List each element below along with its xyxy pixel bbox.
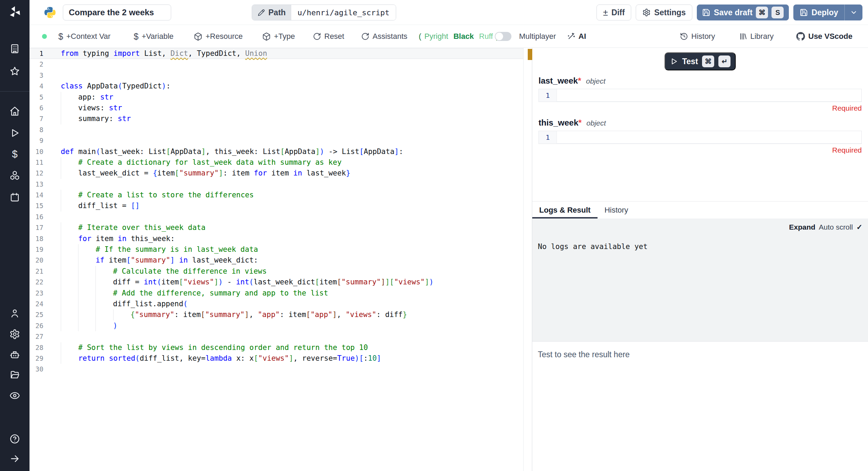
path-group[interactable]: Path u/henri/agile_script (252, 5, 396, 20)
code-line[interactable]: 30 (30, 364, 523, 375)
kbd-s: S (771, 7, 784, 18)
line-content: summary: str (61, 113, 131, 124)
lint-ruff: Ruff (477, 32, 493, 41)
history-button[interactable]: History (680, 25, 715, 48)
last-week-json-input[interactable]: 1 (539, 89, 862, 102)
save-draft-button[interactable]: Save draft ⌘ S (697, 5, 789, 20)
code-line[interactable]: 22diff = int(item["views"]) - int(last_w… (30, 277, 523, 288)
tab-history[interactable]: History (598, 202, 635, 219)
line-number: 13 (30, 179, 43, 190)
deploy-split-button: Deploy (793, 5, 862, 20)
code-line[interactable]: 3 (30, 70, 523, 81)
autoscroll-checkbox[interactable]: ✓ (856, 223, 862, 231)
code-line[interactable]: 1from typing import List, Dict, TypedDic… (30, 48, 523, 59)
code-line[interactable]: 14# Create a list to store the differenc… (30, 190, 523, 200)
assistants-button[interactable]: Assistants (361, 25, 407, 48)
resources-boxes-icon[interactable] (9, 170, 20, 181)
home-icon[interactable] (9, 106, 20, 117)
expand-button[interactable]: Expand (789, 223, 815, 231)
toggle-off[interactable] (495, 32, 511, 41)
json-editor-content[interactable] (557, 89, 861, 102)
folder-open-icon[interactable] (9, 369, 20, 380)
add-context-var-button[interactable]: $ +Context Var (58, 25, 110, 48)
lint-black: Black (451, 32, 474, 41)
script-title-input[interactable] (63, 5, 171, 20)
code-line[interactable]: 2 (30, 59, 523, 70)
code-line[interactable]: 6views: str (30, 103, 523, 113)
ready-status-dot (42, 34, 47, 39)
code-line[interactable]: 11# Create a dictionary for last_week da… (30, 157, 523, 168)
code-line[interactable]: 15diff_list = [] (30, 200, 523, 211)
plus-minus-icon: ± (603, 7, 608, 18)
code-line[interactable]: 12last_week_dict = {item["summary"]: ite… (30, 168, 523, 179)
eye-icon[interactable] (9, 390, 20, 401)
code-line[interactable]: 25{"summary": item["summary"], "app": it… (30, 309, 523, 320)
diff-button[interactable]: ± Diff (596, 5, 632, 20)
line-content: diff_list = [] (61, 200, 140, 211)
code-line[interactable]: 23# Add the difference, summary and app … (30, 288, 523, 299)
add-type-button[interactable]: +Type (262, 25, 295, 48)
add-variable-button[interactable]: $ +Variable (134, 25, 174, 48)
result-tabs: Logs & Result History (532, 201, 868, 219)
deploy-dropdown-button[interactable] (844, 5, 862, 20)
code-line[interactable]: 26) (30, 320, 523, 331)
test-button[interactable]: Test ⌘ ↵ (665, 52, 736, 70)
code-line[interactable]: 20if item["summary"] in last_week_dict: (30, 255, 523, 266)
library-button[interactable]: Library (739, 25, 774, 48)
windmill-logo[interactable] (0, 0, 30, 24)
line-number: 22 (30, 277, 43, 288)
bot-icon[interactable] (9, 349, 20, 360)
code-line[interactable]: 28# Sort the list by views in descending… (30, 342, 523, 353)
help-circle-icon[interactable] (9, 434, 20, 444)
code-line[interactable]: 8 (30, 125, 523, 135)
deploy-button[interactable]: Deploy (793, 5, 844, 20)
code-editor[interactable]: 1from typing import List, Dict, TypedDic… (30, 48, 524, 471)
code-line[interactable]: 10def main(last_week: List[AppData], thi… (30, 146, 523, 157)
line-number: 20 (30, 255, 43, 266)
code-line[interactable]: 5app: str (30, 92, 523, 103)
line-number: 28 (30, 342, 43, 353)
line-number: 9 (30, 135, 43, 146)
editor-toolbar: $ +Context Var $ +Variable +Resource +Ty… (30, 25, 868, 48)
line-content: diff_list.append( (61, 299, 188, 309)
result-panel: Test to see the result here (532, 341, 868, 471)
this-week-json-input[interactable]: 1 (539, 131, 862, 144)
code-line[interactable]: 19# If the summary is in last_week data (30, 244, 523, 255)
code-line[interactable]: 13 (30, 179, 523, 190)
tab-logs-result[interactable]: Logs & Result (532, 202, 598, 219)
settings-button[interactable]: Settings (636, 5, 692, 20)
code-line[interactable]: 21# Calculate the difference in views (30, 266, 523, 277)
code-line[interactable]: 29return sorted(diff_list, key=lambda x:… (30, 353, 523, 364)
collapse-arrow-right-icon[interactable] (9, 453, 20, 464)
top-header: Path u/henri/agile_script ± Diff Setting… (30, 0, 868, 25)
add-resource-button[interactable]: +Resource (194, 25, 243, 48)
json-editor-content[interactable] (557, 131, 861, 144)
code-line[interactable]: 24diff_list.append( (30, 299, 523, 309)
line-content: {"summary": item["summary"], "app": item… (61, 309, 407, 320)
building-icon[interactable] (9, 43, 20, 54)
schedules-calendar-icon[interactable] (9, 192, 20, 203)
path-value[interactable]: u/henri/agile_script (291, 5, 396, 20)
ai-button[interactable]: AI (567, 25, 586, 48)
reset-button[interactable]: Reset (313, 25, 344, 48)
line-number: 7 (30, 113, 43, 124)
line-content: # Sort the list by views in descending o… (61, 342, 368, 353)
use-vscode-button[interactable]: Use VScode (796, 25, 852, 48)
star-icon[interactable] (9, 66, 20, 77)
user-icon[interactable] (9, 308, 20, 319)
run-form: Test ⌘ ↵ last_week* object 1 Required th… (532, 48, 868, 201)
code-line[interactable]: 7summary: str (30, 113, 523, 124)
runs-play-icon[interactable] (9, 128, 20, 138)
code-line[interactable]: 17# Iterate over this_week data (30, 222, 523, 233)
code-line[interactable]: 18for item in this_week: (30, 233, 523, 244)
gear-icon[interactable] (9, 329, 20, 340)
code-line[interactable]: 27 (30, 331, 523, 342)
line-number: 15 (30, 200, 43, 211)
path-label[interactable]: Path (252, 5, 291, 20)
variables-dollar-icon[interactable]: $ (9, 148, 20, 159)
code-line[interactable]: 16 (30, 212, 523, 222)
line-number: 16 (30, 212, 43, 222)
code-line[interactable]: 4class AppData(TypedDict): (30, 81, 523, 92)
code-line[interactable]: 9 (30, 135, 523, 146)
multiplayer-toggle[interactable] (495, 25, 511, 48)
